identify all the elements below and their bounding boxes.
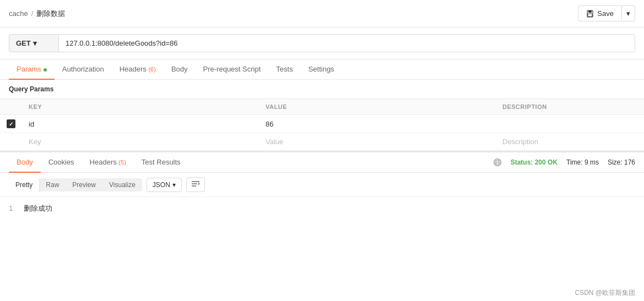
tab-authorization-label: Authorization [62, 65, 104, 73]
tab-body[interactable]: Body [164, 59, 196, 80]
format-raw-button[interactable]: Raw [39, 178, 66, 191]
query-params-label: Query Params [0, 80, 644, 98]
row-key: id [22, 115, 259, 133]
tab-params[interactable]: Params [9, 59, 55, 80]
wrap-lines-icon [191, 180, 200, 187]
tab-response-headers[interactable]: Headers (5) [82, 152, 134, 173]
table-row: id 86 [0, 115, 644, 133]
wrap-button[interactable] [186, 177, 205, 192]
tab-test-results-label: Test Results [142, 158, 181, 166]
tab-prerequest-label: Pre-request Script [203, 65, 261, 73]
json-chevron-icon: ▾ [172, 181, 176, 189]
url-input[interactable] [58, 34, 635, 52]
url-bar: GET ▾ [0, 28, 644, 59]
tab-response-body[interactable]: Body [9, 152, 41, 173]
tab-authorization[interactable]: Authorization [55, 59, 112, 80]
tab-settings[interactable]: Settings [301, 59, 342, 80]
save-label: Save [597, 9, 614, 18]
row-checkbox-cell [0, 115, 22, 133]
method-label: GET [16, 39, 31, 47]
tab-tests-label: Tests [276, 65, 293, 73]
tab-settings-label: Settings [309, 65, 334, 73]
svg-rect-1 [588, 10, 592, 13]
response-meta: Status: 200 OK Time: 9 ms Size: 176 [493, 158, 635, 167]
globe-icon [493, 158, 502, 167]
chevron-down-icon: ▾ [626, 9, 630, 18]
svg-rect-2 [588, 14, 592, 17]
col-header-check [0, 99, 22, 115]
line-number: 1 [9, 204, 13, 212]
footer: CSDN @欧菲斯集团 [566, 285, 644, 301]
row-value: 86 [259, 115, 496, 133]
response-section: Body Cookies Headers (5) Test Results St… [0, 151, 644, 220]
format-pretty-button[interactable]: Pretty [9, 178, 39, 191]
table-row-empty: Key Value Description [0, 133, 644, 151]
tab-prerequest[interactable]: Pre-request Script [196, 59, 269, 80]
empty-key-cell[interactable]: Key [22, 133, 259, 151]
header: cache / 删除数据 Save ▾ [0, 0, 644, 28]
response-body: 1 删除成功 [0, 197, 644, 220]
tab-test-results[interactable]: Test Results [134, 152, 188, 173]
params-table: KEY VALUE DESCRIPTION id 86 Key Value De… [0, 98, 644, 151]
format-group: Pretty Raw Preview Visualize [9, 178, 142, 191]
params-dot [44, 68, 47, 72]
response-size: Size: 176 [608, 158, 635, 166]
footer-text: CSDN @欧菲斯集团 [575, 289, 635, 297]
tab-headers[interactable]: Headers (6) [112, 59, 164, 80]
format-preview-button[interactable]: Preview [66, 178, 102, 191]
breadcrumb-parent[interactable]: cache [9, 9, 28, 18]
row-checkbox[interactable] [7, 119, 15, 128]
tab-cookies[interactable]: Cookies [41, 152, 82, 173]
json-format-select[interactable]: JSON ▾ [147, 178, 182, 192]
empty-desc-cell[interactable]: Description [496, 133, 644, 151]
breadcrumb-current: 删除数据 [36, 9, 65, 19]
breadcrumb-separator: / [31, 9, 34, 18]
col-header-key: KEY [22, 99, 259, 115]
request-tabs: Params Authorization Headers (6) Body Pr… [0, 59, 644, 80]
format-bar: Pretty Raw Preview Visualize JSON ▾ [0, 173, 644, 197]
response-tabs: Body Cookies Headers (5) Test Results St… [0, 152, 644, 173]
method-chevron-icon: ▾ [33, 39, 37, 47]
method-selector[interactable]: GET ▾ [9, 34, 58, 52]
col-header-value: VALUE [259, 99, 496, 115]
empty-value-cell[interactable]: Value [259, 133, 496, 151]
save-icon [586, 10, 594, 18]
row-description [496, 115, 644, 133]
col-header-desc: DESCRIPTION [496, 99, 644, 115]
response-content: 删除成功 [24, 204, 52, 212]
response-status: Status: 200 OK [511, 158, 558, 166]
save-dropdown-button[interactable]: ▾ [621, 6, 635, 21]
breadcrumb: cache / 删除数据 [9, 9, 65, 19]
response-time: Time: 9 ms [566, 158, 599, 166]
save-button[interactable]: Save [578, 6, 621, 21]
save-group: Save ▾ [578, 6, 635, 21]
tab-tests[interactable]: Tests [268, 59, 300, 80]
json-label: JSON [153, 181, 170, 189]
tab-body-label: Body [171, 65, 188, 73]
format-visualize-button[interactable]: Visualize [102, 178, 142, 191]
